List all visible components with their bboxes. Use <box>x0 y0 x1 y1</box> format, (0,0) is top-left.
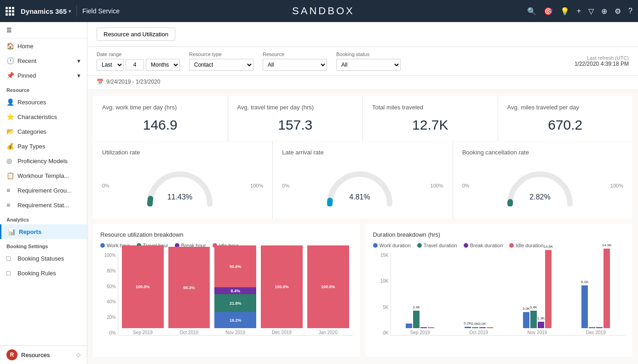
sidebar-item-resources-label: Resources <box>17 99 46 106</box>
duration-bars-area: 3.4K Sep 2019 0.2K <box>391 253 626 336</box>
svg-text:11.43%: 11.43% <box>167 193 192 201</box>
gauge-2-middle: 2.82% <box>470 165 610 206</box>
bar-group-sep: 100.0% Sep 2019 <box>122 245 164 335</box>
dur-bar-sep-travel: 3.4K <box>413 311 420 329</box>
bar-group-nov: 19.2% 21.8% 8.4% 50.6% Nov 2019 <box>214 245 256 335</box>
help-icon[interactable]: ? <box>628 7 632 15</box>
lightbulb-icon[interactable]: 💡 <box>560 7 569 16</box>
filters-row: Date range Last Next Days Weeks Months Y… <box>87 47 638 76</box>
sidebar-bottom-item[interactable]: R Resources ◇ <box>0 345 87 364</box>
dur-bar-oct-break: 0.0K <box>479 327 486 328</box>
sidebar-item-booking-statuses[interactable]: □ Booking Statuses <box>0 251 87 266</box>
resource-utilization-tab[interactable]: Resource and Utilization <box>97 28 175 41</box>
filter-icon[interactable]: ▽ <box>588 7 594 16</box>
resource-section-label: Resource <box>0 83 87 95</box>
dur-bar-sep-idle <box>428 327 434 328</box>
sidebar-item-reports[interactable]: 📊 Reports <box>0 224 87 239</box>
sidebar-item-home[interactable]: 🏠 Home <box>0 39 87 53</box>
sidebar-item-booking-statuses-label: Booking Statuses <box>17 255 64 262</box>
gauge-0-container: 0% 11.43% 100% <box>102 160 263 211</box>
booking-status-select[interactable]: All <box>336 59 401 71</box>
dur-label-nov-work: 3.0K <box>523 307 530 311</box>
y-60: 60% <box>107 284 116 289</box>
idle-dur-dot <box>509 243 514 248</box>
range-number-input[interactable] <box>126 59 144 70</box>
sidebar-item-recent[interactable]: 🕐 Recent ▾ <box>0 53 87 68</box>
bar-x-dec: Dec 2019 <box>272 330 292 335</box>
hamburger-icon: ☰ <box>6 27 12 34</box>
resource-type-select[interactable]: Contact User Equipment <box>189 59 253 71</box>
workhour-icon: 📋 <box>6 172 14 179</box>
bar-stack-oct: 98.3% <box>168 245 210 328</box>
duration-breakdown-chart: Duration breakdown (hrs) Work duration T… <box>366 224 633 357</box>
kpi-title-1: Avg. travel time per day (hrs) <box>237 104 354 111</box>
range-unit-select[interactable]: Days Weeks Months Years <box>146 59 180 71</box>
sidebar-item-req-status[interactable]: ≡ Requirement Stat... <box>0 198 87 212</box>
dur-bar-nov-idle: 14.6K <box>545 250 552 328</box>
booking-status-filter: Booking status All <box>336 51 401 71</box>
sidebar-item-proficiency-models[interactable]: ◎ Proficiency Models <box>0 154 87 168</box>
dur-bar-oct-idle <box>487 327 493 328</box>
bar-x-jan: Jan 2020 <box>319 330 338 335</box>
sidebar-item-pay-types[interactable]: 💰 Pay Types <box>0 139 87 154</box>
dur-bar-sep-work <box>406 324 412 329</box>
dur-bar-nov-travel: 3.4K <box>530 311 537 329</box>
target-icon[interactable]: 🎯 <box>544 7 553 16</box>
recent-chevron-icon: ▾ <box>77 57 80 64</box>
dur-label-sep-travel: 3.4K <box>413 305 420 309</box>
resource-label: Resource <box>263 51 327 57</box>
dur-bars-nov: 3.0K 3.4K 1.3K 14.6K <box>512 248 563 328</box>
sidebar-item-booking-rules[interactable]: □ Booking Rules <box>0 266 87 280</box>
req-groups-icon: ≡ <box>6 187 14 194</box>
resource-select[interactable]: All <box>263 59 327 71</box>
kpi-card-0: Avg. work time per day (hrs) 146.9 <box>93 96 228 141</box>
add-icon[interactable]: + <box>577 7 581 15</box>
dur-bar-dec-idle: 14.9K <box>604 249 610 328</box>
sidebar-item-characteristics-label: Characteristics <box>17 114 57 120</box>
waffle-menu[interactable] <box>6 7 14 16</box>
brand[interactable]: Dynamics 365 ▾ <box>21 7 71 15</box>
sidebar-item-workhour[interactable]: 📋 Workhour Templa... <box>0 168 87 183</box>
bar-seg-sep-idle: 100.0% <box>122 245 164 328</box>
sidebar-toggle[interactable]: ☰ <box>0 22 87 39</box>
sidebar-item-categories[interactable]: 📂 Categories <box>0 124 87 139</box>
resources-icon: 👤 <box>6 98 14 106</box>
kpi-title-0: Avg. work time per day (hrs) <box>102 104 218 111</box>
booking-section-label: Booking Settings <box>0 239 87 251</box>
pinned-chevron-icon: ▾ <box>77 72 80 79</box>
sidebar-item-categories-label: Categories <box>17 128 46 135</box>
range-select[interactable]: Last Next <box>97 59 124 71</box>
home-icon: 🏠 <box>6 42 14 50</box>
topnav: Dynamics 365 ▾ Field Service SANDBOX 🔍 🎯… <box>0 0 638 22</box>
sidebar-item-pinned[interactable]: 📌 Pinned ▾ <box>0 68 87 83</box>
gauge-2-left: 0% <box>462 183 470 188</box>
booking-rules-icon: □ <box>6 269 14 277</box>
bar-seg-nov-idle: 50.6% <box>214 245 256 287</box>
sidebar-bottom-expand[interactable]: ◇ <box>76 352 80 358</box>
svg-text:2.82%: 2.82% <box>529 193 550 201</box>
gauge-title-2: Booking cancellation rate <box>462 149 623 156</box>
gauge-0-svg: 11.43% <box>143 165 217 206</box>
zoom-icon[interactable]: ⊕ <box>601 7 607 16</box>
kpi-value-2: 12.7K <box>372 117 489 133</box>
travel-dur-dot <box>417 243 422 248</box>
date-range-label: Date range <box>97 51 180 57</box>
dur-x-nov: Nov 2019 <box>528 330 547 335</box>
analytics-section-label: Analytics <box>0 212 87 224</box>
sidebar-item-pay-types-label: Pay Types <box>17 143 45 150</box>
y-80: 80% <box>107 268 116 273</box>
kpi-row: Avg. work time per day (hrs) 146.9 Avg. … <box>93 96 632 141</box>
sidebar-item-resources[interactable]: 👤 Resources <box>0 95 87 109</box>
dur-bar-dec-travel <box>589 327 595 328</box>
dur-y-0k: 0K <box>383 330 388 336</box>
dur-x-sep: Sep 2019 <box>410 330 430 335</box>
sidebar-item-req-groups[interactable]: ≡ Requirement Grou... <box>0 183 87 198</box>
date-range-text: 9/24/2019 - 1/23/2020 <box>106 79 160 85</box>
bar-stack-nov: 19.2% 21.8% 8.4% 50.6% <box>214 245 256 328</box>
last-refresh-value: 1/22/2020 4:39:18 PM <box>575 61 629 67</box>
sidebar-item-characteristics[interactable]: ⭐ Characteristics <box>0 109 87 124</box>
y-100: 100% <box>104 253 116 258</box>
search-icon[interactable]: 🔍 <box>527 7 536 16</box>
dur-bars-sep: 3.4K <box>395 248 446 328</box>
settings-icon[interactable]: ⚙ <box>615 7 621 16</box>
